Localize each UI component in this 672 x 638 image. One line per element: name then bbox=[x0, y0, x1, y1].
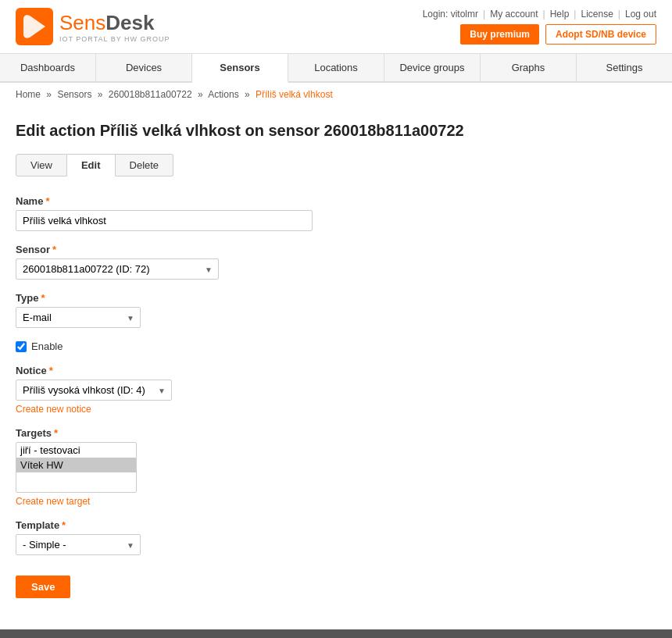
tab-delete[interactable]: Delete bbox=[116, 154, 174, 176]
logo-area: SensDesk IOT PORTAL BY HW GROUP bbox=[16, 8, 170, 45]
tab-view[interactable]: View bbox=[16, 154, 67, 176]
template-label: Template * bbox=[16, 519, 656, 531]
logo-tagline: IOT PORTAL BY HW GROUP bbox=[59, 35, 170, 43]
sensdesk-logo-icon bbox=[16, 8, 53, 45]
notice-select[interactable]: Příliš vysoká vlhkost (ID: 4) bbox=[16, 380, 172, 401]
nav-item-graphs[interactable]: Graphs bbox=[481, 54, 577, 81]
create-notice-link[interactable]: Create new notice bbox=[16, 404, 656, 415]
nav-item-settings[interactable]: Settings bbox=[577, 54, 672, 81]
nav-item-sensors[interactable]: Sensors bbox=[192, 54, 288, 83]
logo-brand-name: SensDesk bbox=[59, 11, 170, 35]
nav-item-device-groups[interactable]: Device groups bbox=[384, 54, 481, 81]
nav-item-dashboards[interactable]: Dashboards bbox=[0, 54, 96, 81]
header-right: Login: vitolmr | My account | Help | Lic… bbox=[423, 9, 656, 45]
sensor-select-wrapper: 260018b811a00722 (ID: 72) ▼ bbox=[16, 258, 219, 280]
name-label: Name * bbox=[16, 195, 656, 207]
buy-premium-button[interactable]: Buy premium bbox=[460, 24, 539, 45]
type-field-group: Type * E-mail SMS SNMP ▼ bbox=[16, 292, 656, 328]
breadcrumb-actions[interactable]: Actions bbox=[208, 89, 238, 100]
name-input[interactable] bbox=[16, 210, 313, 231]
type-select[interactable]: E-mail SMS SNMP bbox=[16, 307, 141, 328]
page-title: Edit action Příliš velká vlhkost on sens… bbox=[16, 122, 656, 140]
login-text: Login: vitolmr bbox=[423, 9, 478, 20]
target-option-vitek[interactable]: Vítek HW bbox=[16, 458, 136, 472]
sensor-label: Sensor * bbox=[16, 244, 656, 255]
targets-field-group: Targets * jiří - testovaci Vítek HW Crea… bbox=[16, 427, 656, 507]
breadcrumb-sep2: » bbox=[98, 89, 103, 100]
edit-action-form: Name * Sensor * 260018b811a00722 (ID: 72… bbox=[16, 195, 656, 598]
license-link[interactable]: License bbox=[581, 9, 613, 20]
sensor-field-group: Sensor * 260018b811a00722 (ID: 72) ▼ bbox=[16, 244, 656, 280]
enable-label[interactable]: Enable bbox=[31, 340, 63, 352]
targets-required-marker: * bbox=[54, 427, 58, 439]
sep3: | bbox=[574, 9, 576, 20]
sensor-select[interactable]: 260018b811a00722 (ID: 72) bbox=[16, 258, 219, 280]
logo-text: SensDesk IOT PORTAL BY HW GROUP bbox=[59, 11, 170, 43]
notice-select-wrapper: Příliš vysoká vlhkost (ID: 4) ▼ bbox=[16, 380, 172, 401]
header-buttons: Buy premium Adopt SD/NB device bbox=[460, 24, 656, 45]
sep4: | bbox=[618, 9, 620, 20]
main-nav: Dashboards Devices Sensors Locations Dev… bbox=[0, 54, 672, 83]
main-content: Edit action Příliš velká vlhkost on sens… bbox=[0, 106, 672, 629]
breadcrumb-sep3: » bbox=[198, 89, 203, 100]
create-target-link[interactable]: Create new target bbox=[16, 496, 656, 507]
breadcrumb-current: Příliš velká vlhkost bbox=[256, 89, 333, 100]
name-field-group: Name * bbox=[16, 195, 656, 231]
help-link[interactable]: Help bbox=[550, 9, 570, 20]
notice-field-group: Notice * Příliš vysoká vlhkost (ID: 4) ▼… bbox=[16, 365, 656, 415]
notice-label: Notice * bbox=[16, 365, 656, 376]
template-required-marker: * bbox=[62, 519, 66, 531]
adopt-sdnb-button[interactable]: Adopt SD/NB device bbox=[545, 24, 656, 45]
template-field-group: Template * - Simple - ▼ bbox=[16, 519, 656, 555]
save-button[interactable]: Save bbox=[16, 576, 70, 598]
targets-listbox-wrapper: jiří - testovaci Vítek HW bbox=[16, 442, 137, 493]
breadcrumb: Home » Sensors » 260018b811a00722 » Acti… bbox=[0, 83, 672, 106]
nav-item-devices[interactable]: Devices bbox=[96, 54, 192, 81]
template-select[interactable]: - Simple - bbox=[16, 534, 141, 555]
type-select-wrapper: E-mail SMS SNMP ▼ bbox=[16, 307, 141, 328]
footer: HW group SensDesk.com is free online por… bbox=[0, 629, 672, 638]
type-required-marker: * bbox=[41, 292, 45, 304]
breadcrumb-sep1: » bbox=[46, 89, 52, 100]
breadcrumb-device-id[interactable]: 260018b811a00722 bbox=[109, 89, 192, 100]
sep2: | bbox=[543, 9, 545, 20]
tab-edit[interactable]: Edit bbox=[67, 154, 116, 176]
enable-checkbox[interactable] bbox=[16, 341, 27, 352]
my-account-link[interactable]: My account bbox=[490, 9, 538, 20]
header: SensDesk IOT PORTAL BY HW GROUP Login: v… bbox=[0, 0, 672, 54]
sensor-required-marker: * bbox=[52, 244, 56, 255]
breadcrumb-sensors[interactable]: Sensors bbox=[57, 89, 91, 100]
targets-select[interactable]: jiří - testovaci Vítek HW bbox=[16, 442, 137, 493]
name-required-marker: * bbox=[45, 195, 49, 207]
enable-checkbox-row: Enable bbox=[16, 340, 656, 352]
template-select-wrapper: - Simple - ▼ bbox=[16, 534, 141, 555]
targets-label: Targets * bbox=[16, 427, 656, 439]
target-option-jiri[interactable]: jiří - testovaci bbox=[16, 443, 136, 458]
breadcrumb-home[interactable]: Home bbox=[16, 89, 41, 100]
top-links: Login: vitolmr | My account | Help | Lic… bbox=[423, 9, 656, 20]
action-tabs: View Edit Delete bbox=[16, 154, 656, 176]
nav-item-locations[interactable]: Locations bbox=[288, 54, 384, 81]
type-label: Type * bbox=[16, 292, 656, 304]
notice-required-marker: * bbox=[49, 365, 53, 376]
sep1: | bbox=[483, 9, 485, 20]
logout-link[interactable]: Log out bbox=[625, 9, 656, 20]
breadcrumb-sep4: » bbox=[245, 89, 250, 100]
